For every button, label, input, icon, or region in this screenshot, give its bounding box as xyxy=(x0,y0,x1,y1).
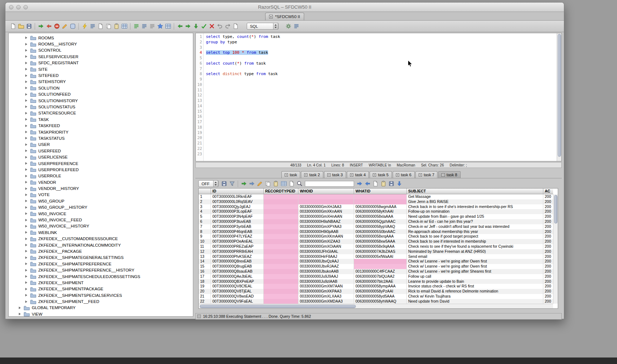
table-row[interactable]: 800T3000000P46qnEAB0033000000H9i0pAAB006… xyxy=(199,229,553,234)
table-cell-num[interactable]: 2 xyxy=(199,199,211,204)
table-cell-id[interactable]: 00T3000000QV8CfEAL xyxy=(211,284,264,289)
tree-item-userprofilefeed[interactable]: USERPROFILEFEED xyxy=(9,166,193,173)
table-cell-subject[interactable]: Check back to see if interested in membe… xyxy=(407,239,543,244)
column-header-ac[interactable]: AC xyxy=(543,188,553,194)
table-cell-recordtypeid[interactable] xyxy=(264,234,298,239)
table-cell-ac[interactable]: 200 xyxy=(543,254,553,259)
tree-item-view[interactable]: VIEW xyxy=(9,311,193,317)
copy-icon[interactable] xyxy=(104,22,112,30)
table-cell-subject[interactable]: Rick to email David & reference Delmonte… xyxy=(407,289,543,294)
document-tab[interactable]: *SFDCW50 II xyxy=(265,13,304,20)
table-row[interactable]: 1000T3000000POeAnEAL0033000000GmXIZAA300… xyxy=(199,239,553,244)
tree-item-zkfedex-shipmentpackage[interactable]: ZKFEDEX__SHIPMENTPACKAGE xyxy=(9,286,193,292)
table-vertical-scrollbar[interactable] xyxy=(553,194,558,304)
table-cell-subject[interactable]: Check w/ Leanne - we're going after Owen… xyxy=(407,264,543,269)
table-cell-whoid[interactable]: 0033000000GmXKPAA3 xyxy=(298,289,354,294)
table-cell-num[interactable]: 13 xyxy=(199,254,211,259)
fetch-more-icon[interactable] xyxy=(192,22,200,30)
tree-item-zkfedex-internationalcommodity[interactable]: ZKFEDEX__INTERNATIONALCOMMODITY xyxy=(9,242,193,248)
execute-sql-icon[interactable] xyxy=(81,22,89,30)
table-cell-whatid[interactable]: 00630000005xfWaAAI xyxy=(354,254,407,259)
close-tab-icon[interactable] xyxy=(373,173,376,177)
disclosure-triangle-icon[interactable] xyxy=(25,49,28,52)
table-cell-recordtypeid[interactable] xyxy=(264,254,298,259)
table-cell-id[interactable]: 00T3000000QV8TjEAL xyxy=(211,289,264,294)
table-cell-subject[interactable]: Send email xyxy=(407,254,543,259)
table-cell-id[interactable]: 00T3000000P47LYEAZ xyxy=(211,234,264,239)
tree-item-zkfedex-shipmatescheduledjobssettings[interactable]: ZKFEDEX__SHIPMATESCHEDULEDJOBSSETTINGS xyxy=(9,273,193,280)
editor-window-icon[interactable] xyxy=(232,22,240,30)
disclosure-triangle-icon[interactable] xyxy=(25,294,28,297)
tree-item-sitefeed[interactable]: SITEFEED xyxy=(9,72,193,78)
disclosure-triangle-icon[interactable] xyxy=(25,124,28,127)
disclosure-triangle-icon[interactable] xyxy=(25,130,28,134)
close-tab-icon[interactable] xyxy=(350,173,353,177)
save-results-icon[interactable] xyxy=(220,180,228,188)
table-row[interactable]: 1500T3000000Q8rugEAB0033000000JbvRJAAZCh… xyxy=(199,264,553,269)
editor-vertical-scrollbar[interactable] xyxy=(557,33,561,161)
table-cell-recordtypeid[interactable] xyxy=(264,284,298,289)
table-cell-recordtypeid[interactable] xyxy=(264,264,298,269)
table-cell-num[interactable]: 4 xyxy=(199,209,211,214)
tree-item-user[interactable]: USER xyxy=(9,142,193,148)
table-cell-subject[interactable]: Check nexis to see if they've found a re… xyxy=(407,244,543,249)
table-cell-whatid[interactable] xyxy=(354,259,407,264)
disclosure-triangle-icon[interactable] xyxy=(25,55,28,58)
disclosure-triangle-icon[interactable] xyxy=(25,61,28,65)
disclosure-triangle-icon[interactable] xyxy=(25,43,28,46)
disclosure-triangle-icon[interactable] xyxy=(25,118,28,121)
table-row[interactable]: 100T3000000L0RknEAFGet Massage200 xyxy=(199,194,553,199)
redo-icon[interactable] xyxy=(224,22,232,30)
disclosure-triangle-icon[interactable] xyxy=(25,243,28,247)
paste-icon[interactable] xyxy=(112,22,120,30)
table-row[interactable]: 1800T3000000QBXPeEAP0033000000Ju9zlAAB00… xyxy=(199,279,553,284)
table-cell-ac[interactable]: 200 xyxy=(543,259,553,264)
table-cell-ac[interactable]: 200 xyxy=(543,294,553,299)
table-cell-ac[interactable]: 200 xyxy=(543,219,553,224)
table-cell-num[interactable]: 18 xyxy=(199,279,211,284)
tree-item-zkfedex-shipment[interactable]: ZKFEDEX__SHIPMENT xyxy=(9,280,193,286)
table-cell-num[interactable]: 5 xyxy=(199,214,211,219)
go-back-icon[interactable] xyxy=(176,22,184,30)
table-cell-ac[interactable]: 200 xyxy=(543,194,553,199)
table-row[interactable]: 1100T3000000PREZaEAP0033000000GmXOiAAN00… xyxy=(199,244,553,249)
rollback-icon[interactable] xyxy=(208,22,216,30)
table-row[interactable]: 700T3000000P3yrbEAB0033000000GmXPYAA3006… xyxy=(199,224,553,229)
tree-item-w50-invoice-history[interactable]: W50_INVOICE__HISTORY xyxy=(9,223,193,229)
table-cell-whoid[interactable]: 0033000000GmXOiAAN xyxy=(298,244,354,249)
tree-item-taskfeed[interactable]: TASKFEED xyxy=(9,122,193,129)
table-cell-subject[interactable]: Check back to see if good target prospec… xyxy=(407,234,543,239)
table-cell-recordtypeid[interactable] xyxy=(264,244,298,249)
disclosure-triangle-icon[interactable] xyxy=(25,162,28,165)
table-cell-recordtypeid[interactable] xyxy=(264,204,298,209)
tree-item-sitehistory[interactable]: SITEHISTORY xyxy=(9,79,193,85)
table-cell-recordtypeid[interactable] xyxy=(264,274,298,279)
row-limit-select[interactable]: OFF xyxy=(198,180,219,187)
tree-item-w50-invoice-feed[interactable]: W50_INVOICE__FEED xyxy=(9,217,193,223)
table-cell-num[interactable]: 11 xyxy=(199,244,211,249)
disclosure-triangle-icon[interactable] xyxy=(25,218,28,222)
disclosure-triangle-icon[interactable] xyxy=(18,312,21,316)
new-file-icon[interactable] xyxy=(9,22,17,30)
table-cell-subject[interactable]: Check w/ Leanne - we're going after Shea… xyxy=(407,269,543,274)
table-cell-id[interactable]: 00T3000000QBXPeEAP xyxy=(211,279,264,284)
table-cell-id[interactable]: 00T3000000QjyJgEAJ xyxy=(211,204,264,209)
table-cell-subject[interactable]: Check-in w/ Jeff - couldn't afford last … xyxy=(407,224,543,229)
table-cell-ac[interactable]: 200 xyxy=(543,289,553,294)
table-cell-id[interactable]: 00T3000000Q8rexEAB xyxy=(211,259,264,264)
tree-item-w50-invoice[interactable]: W50_INVOICE xyxy=(9,211,193,217)
column-header-whoid[interactable]: WHOID xyxy=(298,188,354,194)
column-header-recordtypeid[interactable]: RECORDTYPEID xyxy=(264,188,298,194)
table-cell-num[interactable]: 22 xyxy=(199,299,211,304)
table-cell-whoid[interactable]: 0033000000H9i0pAAB xyxy=(298,229,354,234)
disclosure-triangle-icon[interactable] xyxy=(25,199,28,203)
tree-item-userlicense[interactable]: USERLICENSE xyxy=(9,154,193,160)
tree-item-task[interactable]: TASK xyxy=(9,116,193,122)
export-data-icon[interactable] xyxy=(45,22,53,30)
table-row[interactable]: 300T3000000QjyJgEAJ0033000000GmXHJAA3006… xyxy=(199,204,553,209)
table-cell-num[interactable]: 19 xyxy=(199,284,211,289)
table-cell-whoid[interactable]: 0033000000JFhGlAAL xyxy=(298,249,354,254)
table-cell-whatid[interactable]: 00630000007blQUAA2 xyxy=(354,274,407,279)
align-text-icon[interactable] xyxy=(140,22,148,30)
table-cell-recordtypeid[interactable] xyxy=(264,299,298,304)
